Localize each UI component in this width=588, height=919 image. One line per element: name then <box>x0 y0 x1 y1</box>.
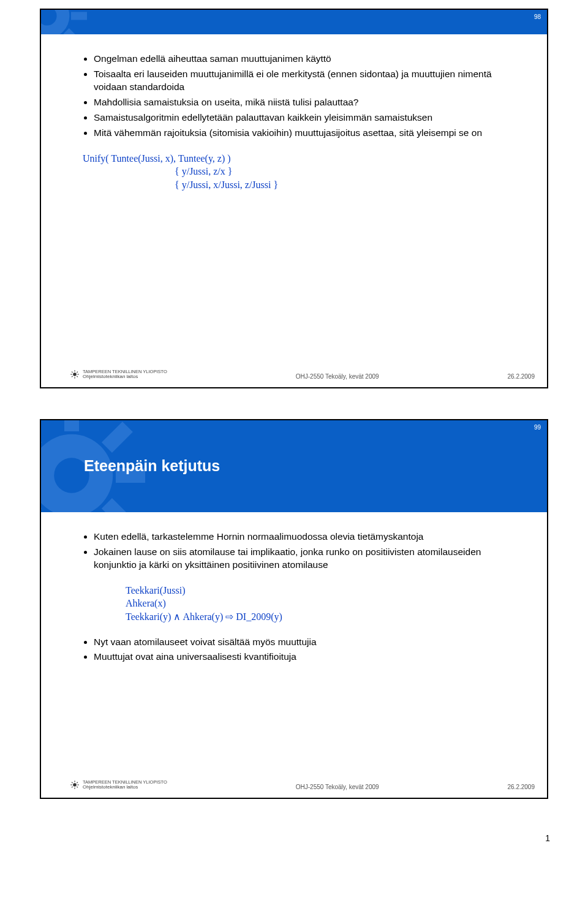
svg-rect-13 <box>70 374 72 375</box>
svg-rect-8 <box>64 28 81 34</box>
code-line: Ahkera(x) <box>126 597 516 610</box>
bullet-list: Nyt vaan atomilauseet voivat sisältää my… <box>83 636 516 664</box>
footer-date: 26.2.2009 <box>508 784 535 790</box>
footer-left: TAMPEREEN TEKNILLINEN YLIOPISTO Ohjelmis… <box>70 369 167 380</box>
svg-point-29 <box>73 784 77 787</box>
bullet-list: Ongelman edellä aiheuttaa saman muuttuja… <box>83 53 516 140</box>
footer-department: Ohjelmistotekniikan laitos <box>83 374 167 380</box>
svg-rect-17 <box>72 376 73 377</box>
university-logo-icon <box>70 370 79 379</box>
slide-header: 99 Eteenpäin ketjutus <box>41 420 547 512</box>
list-item: Mitä vähemmän rajoituksia (sitomisia vak… <box>94 127 516 140</box>
svg-rect-20 <box>64 420 79 431</box>
footer-course: OHJ-2550 Tekoäly, kevät 2009 <box>296 373 379 380</box>
list-item: Ongelman edellä aiheuttaa saman muuttuja… <box>94 53 516 66</box>
footer-department: Ohjelmistotekniikan laitos <box>83 785 167 790</box>
svg-rect-16 <box>77 372 78 373</box>
slide-number: 99 <box>534 424 541 431</box>
list-item: Muuttujat ovat aina universaalisesti kva… <box>94 651 516 664</box>
svg-rect-37 <box>77 787 78 788</box>
svg-rect-33 <box>77 785 78 785</box>
svg-rect-14 <box>77 374 78 375</box>
svg-rect-18 <box>77 376 78 377</box>
svg-point-10 <box>73 373 77 377</box>
code-line: Teekkari(y) ∧ Ahkera(y) ⇨ DI_2009(y) <box>126 610 516 624</box>
code-block: Unify( Tuntee(Jussi, x), Tuntee(y, z) ) … <box>83 152 516 192</box>
svg-rect-25 <box>102 422 133 453</box>
slide-footer: TAMPEREEN TEKNILLINEN YLIOPISTO Ohjelmis… <box>70 369 535 380</box>
svg-rect-27 <box>102 498 133 512</box>
code-line: { y/Jussi, z/x } <box>175 165 516 178</box>
slide-body: Kuten edellä, tarkastelemme Hornin norma… <box>41 512 547 672</box>
list-item: Toisaalta eri lauseiden muuttujanimillä … <box>94 68 516 94</box>
slide-number: 98 <box>534 13 541 20</box>
svg-rect-34 <box>72 782 73 784</box>
svg-rect-12 <box>74 377 75 379</box>
footer-date: 26.2.2009 <box>508 373 535 380</box>
slide-body: Ongelman edellä aiheuttaa saman muuttuja… <box>41 34 547 197</box>
footer-left: TAMPEREEN TEKNILLINEN YLIOPISTO Ohjelmis… <box>70 780 167 790</box>
gear-icon <box>41 10 102 34</box>
svg-rect-11 <box>74 371 75 372</box>
svg-rect-4 <box>71 12 87 20</box>
list-item: Nyt vaan atomilauseet voivat sisältää my… <box>94 636 516 649</box>
slide-footer: TAMPEREEN TEKNILLINEN YLIOPISTO Ohjelmis… <box>70 780 535 790</box>
svg-rect-31 <box>74 788 75 789</box>
svg-rect-36 <box>72 787 73 788</box>
slide-98: 98 Ongelman edellä aiheuttaa saman muutt… <box>40 9 548 388</box>
university-logo-icon <box>70 781 79 789</box>
list-item: Jokainen lause on siis atomilause tai im… <box>94 546 516 572</box>
slide-header: 98 <box>41 10 547 34</box>
code-block: Teekkari(Jussi) Ahkera(x) Teekkari(y) ∧ … <box>126 584 516 624</box>
svg-rect-35 <box>77 782 78 784</box>
code-line: Unify( Tuntee(Jussi, x), Tuntee(y, z) ) <box>83 152 516 165</box>
code-line: { y/Jussi, x/Jussi, z/Jussi } <box>175 178 516 192</box>
footer-course: OHJ-2550 Tekoäly, kevät 2009 <box>296 784 379 790</box>
slide-title: Eteenpäin ketjutus <box>84 457 220 475</box>
code-line: Teekkari(Jussi) <box>126 584 516 597</box>
slide-99: 99 Eteenpäin ketjutus Kuten edellä, tark… <box>40 419 548 799</box>
svg-rect-30 <box>74 781 75 782</box>
list-item: Samaistusalgoritmin edellytetään palautt… <box>94 112 516 124</box>
page-number: 1 <box>0 830 588 855</box>
list-item: Mahdollisia samaistuksia on useita, mikä… <box>94 96 516 109</box>
svg-rect-15 <box>72 372 73 373</box>
list-item: Kuten edellä, tarkastelemme Hornin norma… <box>94 531 516 543</box>
bullet-list: Kuten edellä, tarkastelemme Hornin norma… <box>83 531 516 572</box>
svg-rect-32 <box>70 785 72 785</box>
